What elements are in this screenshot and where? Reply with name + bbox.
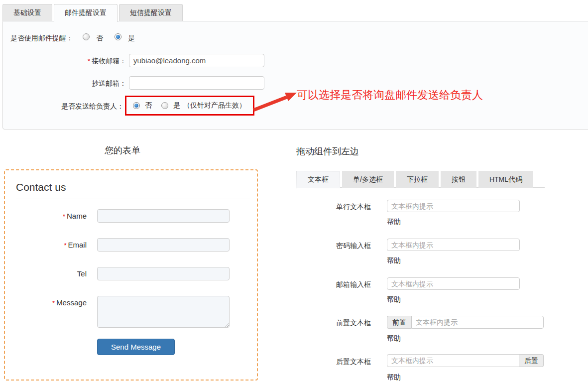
required-mark: *: [63, 213, 65, 220]
help-link[interactable]: 帮助: [387, 334, 401, 343]
annotation-text: 可以选择是否将询盘邮件发送给负责人: [297, 88, 483, 103]
tab-email-reminder-settings[interactable]: 邮件提醒设置: [54, 4, 118, 22]
tel-label: Tel: [21, 269, 87, 278]
highlight-box: 否 是 （仅针对产品生效）: [125, 96, 254, 116]
prefix-addon: 前置: [387, 316, 411, 329]
tab-textbox[interactable]: 文本框: [296, 171, 340, 188]
help-link[interactable]: 帮助: [387, 373, 401, 382]
tab-basic-settings[interactable]: 基础设置: [2, 4, 52, 21]
cc-email-input[interactable]: [129, 76, 264, 90]
suffix-textbox-label: 后置文本框: [311, 358, 371, 367]
required-mark: *: [52, 299, 55, 307]
tab-checkbox[interactable]: 单/多选框: [342, 171, 394, 188]
required-mark: *: [64, 242, 66, 249]
component-tabbar: 文本框 单/多选框 下拉框 按钮 HTML代码: [296, 171, 535, 188]
settings-tabbar: 基础设置 邮件提醒设置 短信提醒设置: [2, 4, 184, 21]
name-label: *Name: [21, 212, 87, 220]
email-input[interactable]: [97, 238, 230, 252]
form-preview-heading: 您的表单: [0, 144, 245, 156]
send-to-owner-label: 是否发送给负责人：: [43, 102, 124, 111]
single-line-textbox-input[interactable]: [387, 200, 520, 212]
help-link[interactable]: 帮助: [387, 218, 401, 227]
contact-us-title: Contact us: [16, 181, 66, 193]
tab-dropdown[interactable]: 下拉框: [396, 171, 439, 188]
password-input[interactable]: [387, 239, 520, 251]
cc-email-label: 抄送邮箱：: [53, 79, 126, 88]
tab-button[interactable]: 按钮: [441, 171, 476, 188]
tab-sms-reminder-settings[interactable]: 短信提醒设置: [119, 4, 183, 21]
use-email-radio-yes[interactable]: [115, 33, 121, 40]
send-to-owner-radio-no[interactable]: [133, 102, 140, 109]
email-box-input[interactable]: [387, 277, 520, 290]
use-email-label: 是否使用邮件提醒：: [10, 34, 73, 43]
form-preview-box: Contact us *Name *Email Tel *Message Sen…: [4, 169, 258, 381]
message-label: *Message: [21, 298, 87, 307]
tab-html-code[interactable]: HTML代码: [478, 171, 533, 188]
send-to-owner-radio-no-label: 否: [145, 101, 152, 110]
email-settings-page: 基础设置 邮件提醒设置 短信提醒设置 是否使用邮件提醒： 否 是 *接收邮箱： …: [0, 0, 588, 383]
suffix-textbox-group: 后置: [387, 354, 544, 367]
email-box-label: 邮箱输入框: [311, 280, 371, 289]
use-email-radio-no-label: 否: [96, 34, 103, 43]
password-input-label: 密码输入框: [311, 242, 371, 251]
suffix-addon: 后置: [519, 354, 544, 367]
send-message-button[interactable]: Send Message: [97, 339, 175, 355]
component-panel-heading: 拖动组件到左边: [296, 145, 359, 157]
red-arrow-icon: [252, 91, 298, 112]
send-to-owner-radio-yes[interactable]: [161, 102, 168, 109]
prefix-textbox-group: 前置: [387, 316, 544, 329]
prefix-textbox-input[interactable]: [411, 316, 544, 329]
title-divider: [16, 199, 250, 199]
name-input[interactable]: [97, 209, 230, 223]
message-textarea[interactable]: [97, 296, 230, 328]
receive-email-label: *接收邮箱：: [53, 57, 126, 66]
single-line-textbox-label: 单行文本框: [311, 203, 371, 212]
required-mark: *: [88, 57, 90, 65]
use-email-radio-no[interactable]: [83, 33, 90, 40]
send-to-owner-radio-yes-label: 是: [173, 101, 180, 110]
send-to-owner-note: （仅针对产品生效）: [183, 101, 246, 110]
help-link[interactable]: 帮助: [387, 256, 401, 265]
use-email-radio-yes-label: 是: [128, 34, 135, 43]
email-label: *Email: [21, 241, 87, 249]
email-settings-panel: 是否使用邮件提醒： 否 是 *接收邮箱： 抄送邮箱： 是否发送给负责人： 否 是…: [2, 21, 588, 129]
tel-input[interactable]: [97, 267, 230, 280]
resize-handle-icon: [225, 323, 229, 327]
help-link[interactable]: 帮助: [387, 295, 401, 304]
suffix-textbox-input[interactable]: [387, 354, 519, 367]
receive-email-input[interactable]: [129, 54, 264, 67]
prefix-textbox-label: 前置文本框: [311, 319, 371, 328]
